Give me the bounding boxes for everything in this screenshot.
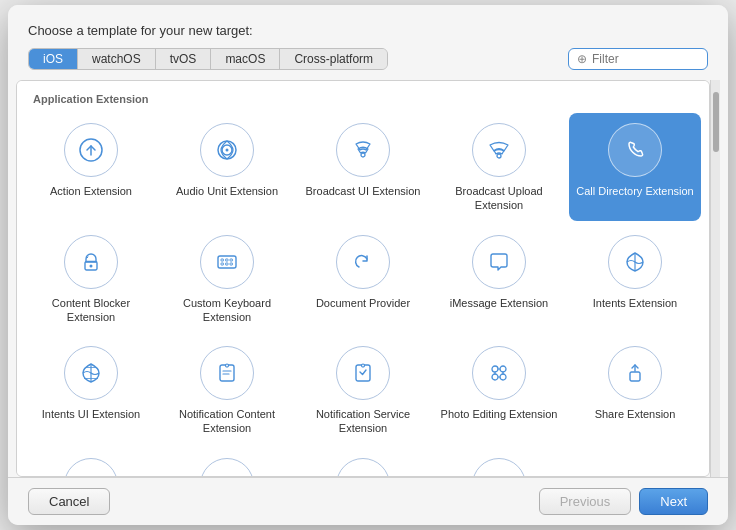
intents-ext-icon [621, 248, 649, 276]
action-ext-icon-circle [64, 123, 118, 177]
audio-unit-ext-icon [213, 136, 241, 164]
template-dialog: Choose a template for your new target: i… [8, 5, 728, 525]
grid-item-custom-keyboard-ext[interactable]: Custom Keyboard Extension [161, 225, 293, 333]
broadcast-ui-ext-label: Broadcast UI Extension [306, 184, 421, 198]
grid-item-content-blocker-ext[interactable]: Content Blocker Extension [25, 225, 157, 333]
next-button[interactable]: Next [639, 488, 708, 515]
share-ext-label: Share Extension [595, 407, 676, 421]
grid-item-broadcast-upload-ext[interactable]: Broadcast Upload Extension [433, 113, 565, 221]
content-area: Application Extension Action Extension [8, 80, 728, 477]
svg-point-23 [492, 366, 498, 372]
grid-item-photo-editing-ext[interactable]: Photo Editing Extension [433, 336, 565, 444]
call-directory-ext-icon-circle [608, 123, 662, 177]
action-ext-icon [77, 136, 105, 164]
svg-rect-10 [226, 259, 229, 261]
svg-rect-11 [230, 259, 233, 261]
share-ext-icon-circle [608, 346, 662, 400]
platform-tabs: iOS watchOS tvOS macOS Cross-platform [28, 48, 388, 70]
notification-service-ext-label: Notification Service Extension [303, 407, 423, 436]
sirikit-media-icon-circle: @ [64, 458, 118, 477]
grid-item-notification-content-ext[interactable]: Notification Content Extension [161, 336, 293, 444]
scrollbar-thumb[interactable] [713, 92, 719, 152]
notification-service-ext-icon-circle [336, 346, 390, 400]
scrollbar-track[interactable] [710, 80, 720, 477]
tab-tvos[interactable]: tvOS [156, 49, 212, 69]
call-directory-ext-label: Call Directory Extension [576, 184, 693, 198]
grid-item-share-ext[interactable]: Share Extension [569, 336, 701, 444]
grid-item-widget-ext[interactable]: 17 Widget Extension [433, 448, 565, 477]
intents-ui-ext-label: Intents UI Extension [42, 407, 140, 421]
grid-item-broadcast-ui-ext[interactable]: Broadcast UI Extension [297, 113, 429, 221]
svg-point-5 [497, 154, 501, 158]
svg-rect-27 [630, 372, 640, 381]
imessage-ext-label: iMessage Extension [450, 296, 548, 310]
svg-point-18 [226, 364, 229, 367]
broadcast-upload-ext-icon-circle [472, 123, 526, 177]
sticker-pack-icon-circle [336, 458, 390, 477]
grid-item-imessage-ext[interactable]: iMessage Extension [433, 225, 565, 333]
document-provider-icon [349, 248, 377, 276]
imessage-ext-icon [485, 248, 513, 276]
broadcast-upload-ext-label: Broadcast Upload Extension [439, 184, 559, 213]
previous-button[interactable]: Previous [539, 488, 632, 515]
cancel-button[interactable]: Cancel [28, 488, 110, 515]
svg-rect-12 [221, 263, 224, 265]
grid-item-sirikit-media[interactable]: @ SiriKit Media Intents [25, 448, 157, 477]
grid-item-spotlight-index[interactable]: Spotlight Index Extension [161, 448, 293, 477]
tab-ios[interactable]: iOS [29, 49, 78, 69]
tab-watchos[interactable]: watchOS [78, 49, 156, 69]
widget-ext-icon-circle: 17 [472, 458, 526, 477]
custom-keyboard-ext-icon-circle [200, 235, 254, 289]
notification-content-ext-icon-circle [200, 346, 254, 400]
spotlight-index-icon-circle [200, 458, 254, 477]
document-provider-label: Document Provider [316, 296, 410, 310]
filter-icon: ⊕ [577, 52, 587, 66]
grid-item-audio-unit-ext[interactable]: Audio Unit Extension [161, 113, 293, 221]
broadcast-upload-ext-icon [485, 136, 513, 164]
grid-container: Application Extension Action Extension [16, 80, 710, 477]
notification-content-ext-icon [213, 359, 241, 387]
tab-macos[interactable]: macOS [211, 49, 280, 69]
dialog-title: Choose a template for your new target: [28, 23, 708, 38]
content-blocker-ext-icon-circle [64, 235, 118, 289]
filter-input[interactable] [592, 52, 699, 66]
grid-item-intents-ui-ext[interactable]: Intents UI Extension [25, 336, 157, 444]
intents-ui-ext-icon-circle [64, 346, 118, 400]
tab-crossplatform[interactable]: Cross-platform [280, 49, 387, 69]
grid-item-notification-service-ext[interactable]: Notification Service Extension [297, 336, 429, 444]
audio-unit-ext-label: Audio Unit Extension [176, 184, 278, 198]
svg-rect-8 [218, 256, 236, 268]
tabs-row: iOS watchOS tvOS macOS Cross-platform ⊕ [28, 48, 708, 70]
svg-point-4 [361, 153, 365, 157]
intents-ext-icon-circle [608, 235, 662, 289]
share-ext-icon [621, 359, 649, 387]
grid-item-sticker-pack[interactable]: Sticker Pack Application [297, 448, 429, 477]
extensions-grid: Action Extension Audio Unit Extension [21, 113, 705, 477]
svg-point-7 [90, 264, 93, 267]
svg-point-3 [226, 149, 229, 152]
notification-content-ext-label: Notification Content Extension [167, 407, 287, 436]
grid-item-action-ext[interactable]: Action Extension [25, 113, 157, 221]
svg-point-26 [500, 374, 506, 380]
filter-box[interactable]: ⊕ [568, 48, 708, 70]
document-provider-icon-circle [336, 235, 390, 289]
grid-item-intents-ext[interactable]: Intents Extension [569, 225, 701, 333]
svg-rect-9 [221, 259, 224, 261]
svg-point-24 [500, 366, 506, 372]
intents-ui-ext-icon [77, 359, 105, 387]
notification-service-ext-icon [349, 359, 377, 387]
grid-item-document-provider[interactable]: Document Provider [297, 225, 429, 333]
custom-keyboard-ext-icon [213, 248, 241, 276]
call-directory-ext-icon [621, 136, 649, 164]
photo-editing-ext-icon [485, 359, 513, 387]
dialog-footer: Cancel Previous Next [8, 477, 728, 525]
grid-item-call-directory-ext[interactable]: Call Directory Extension [569, 113, 701, 221]
footer-right: Previous Next [539, 488, 708, 515]
action-ext-label: Action Extension [50, 184, 132, 198]
svg-point-22 [362, 364, 365, 367]
imessage-ext-icon-circle [472, 235, 526, 289]
svg-rect-14 [230, 263, 233, 265]
custom-keyboard-ext-label: Custom Keyboard Extension [167, 296, 287, 325]
intents-ext-label: Intents Extension [593, 296, 677, 310]
audio-unit-ext-icon-circle [200, 123, 254, 177]
